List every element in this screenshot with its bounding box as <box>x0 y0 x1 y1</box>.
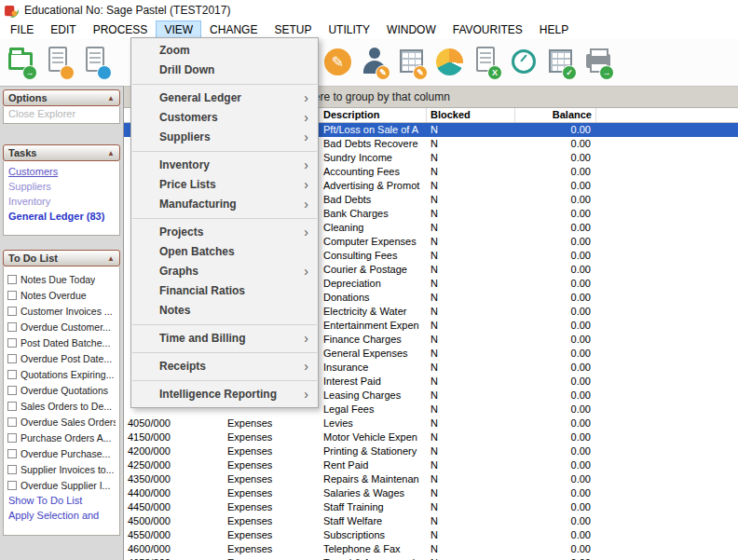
view-menu-item-general-ledger[interactable]: General Ledger› <box>131 89 318 108</box>
document-blue-icon[interactable] <box>80 44 113 81</box>
table-row[interactable]: 4600/000ExpensesTelephone & FaxN0.00 <box>124 542 738 556</box>
view-menu-item-receipts[interactable]: Receipts› <box>131 357 318 376</box>
todo-checkbox[interactable] <box>7 465 17 474</box>
todo-checkbox[interactable] <box>7 370 17 379</box>
options-panel-header[interactable]: Options ▲ <box>3 89 120 106</box>
todo-item[interactable]: Overdue Sales Orders <box>4 414 119 430</box>
task-link-customers[interactable]: Customers <box>4 164 119 179</box>
todo-panel-header[interactable]: To Do List ▲ <box>3 250 120 266</box>
view-menu-item-notes[interactable]: Notes <box>131 301 318 321</box>
cell: N <box>427 165 515 179</box>
column-header-description[interactable]: Description <box>320 108 427 122</box>
todo-item[interactable]: Supplier Invoices to... <box>4 461 119 477</box>
menubar-item-change[interactable]: CHANGE <box>201 20 266 39</box>
collapse-arrow-icon[interactable]: ▲ <box>107 149 115 157</box>
table-row[interactable]: 4550/000ExpensesSubscriptionsN0.00 <box>124 528 738 542</box>
todo-checkbox[interactable] <box>7 354 17 363</box>
table-row[interactable]: 4250/000ExpensesRent PaidN0.00 <box>124 458 738 472</box>
menubar-item-help[interactable]: HELP <box>531 20 577 39</box>
submenu-arrow-icon: › <box>304 329 308 348</box>
batch-edit-icon[interactable]: ✎ <box>396 44 429 81</box>
table-row[interactable]: 4200/000ExpensesPrinting & StationeryN0.… <box>124 444 738 458</box>
menubar-item-window[interactable]: WINDOW <box>378 20 444 39</box>
cell: 0.00 <box>515 179 596 193</box>
view-menu-item-drill-down[interactable]: Drill Down <box>131 61 318 80</box>
todo-item[interactable]: Sales Orders to De... <box>4 398 119 414</box>
table-row[interactable]: 4500/000ExpensesStaff WelfareN0.00 <box>124 514 738 528</box>
calculator-icon[interactable]: ✓ <box>545 44 578 81</box>
todo-item[interactable]: Overdue Supplier I... <box>4 477 119 493</box>
todo-item[interactable]: Quotations Expiring... <box>4 366 119 382</box>
menubar-item-edit[interactable]: EDIT <box>42 20 84 39</box>
todo-checkbox[interactable] <box>7 291 17 300</box>
todo-item[interactable]: Overdue Customer... <box>4 319 119 335</box>
todo-checkbox[interactable] <box>7 402 17 411</box>
todo-label: Quotations Expiring... <box>20 369 114 380</box>
menubar-item-view[interactable]: VIEW <box>156 20 201 39</box>
column-header-balance[interactable]: Balance <box>515 108 596 122</box>
task-link-suppliers[interactable]: Suppliers <box>4 179 119 194</box>
table-row[interactable]: 4350/000ExpensesRepairs & MaintenanN0.00 <box>124 472 738 486</box>
view-menu-item-zoom[interactable]: Zoom <box>131 41 318 61</box>
todo-item[interactable]: Notes Overdue <box>4 287 119 303</box>
print-icon[interactable]: → <box>582 44 615 81</box>
task-link-general-ledger-83-[interactable]: General Ledger (83) <box>4 209 119 224</box>
todo-item[interactable]: Overdue Post Date... <box>4 350 119 366</box>
view-menu-item-price-lists[interactable]: Price Lists› <box>131 175 318 195</box>
todo-checkbox[interactable] <box>7 275 17 284</box>
view-menu-item-open-batches[interactable]: Open Batches <box>131 242 318 262</box>
edit-pencil-icon[interactable]: ✎ <box>321 44 354 81</box>
task-link-inventory[interactable]: Inventory <box>4 194 119 209</box>
tasks-panel-title: Tasks <box>8 147 36 158</box>
todo-item[interactable]: Notes Due Today <box>4 271 119 287</box>
table-row[interactable]: 4650/000ExpensesTravel & AccommodN0.00 <box>124 556 738 560</box>
excel-export-icon[interactable]: X <box>471 44 503 81</box>
tasks-panel-header[interactable]: Tasks ▲ <box>3 144 120 161</box>
cell: Travel & Accommod <box>320 556 427 560</box>
view-menu-item-financial-ratios[interactable]: Financial Ratios <box>131 281 318 301</box>
view-menu-item-customers[interactable]: Customers› <box>131 108 318 128</box>
column-header-blocked[interactable]: Blocked <box>427 108 515 122</box>
close-explorer-link[interactable]: Close Explorer <box>4 106 119 123</box>
view-menu-item-time-and-billing[interactable]: Time and Billing› <box>131 329 318 348</box>
show-todo-list-link[interactable]: Show To Do List <box>4 493 119 508</box>
todo-checkbox[interactable] <box>7 481 17 490</box>
menubar-item-file[interactable]: FILE <box>2 20 42 39</box>
apply-selection-link[interactable]: Apply Selection and <box>4 508 119 523</box>
view-menu-item-intelligence-reporting[interactable]: Intelligence Reporting› <box>131 385 318 404</box>
collapse-arrow-icon[interactable]: ▲ <box>107 254 115 263</box>
todo-item[interactable]: Customer Invoices ... <box>4 303 119 319</box>
menubar-item-setup[interactable]: SETUP <box>266 20 320 39</box>
todo-item[interactable]: Overdue Quotations <box>4 382 119 398</box>
document-orange-icon[interactable] <box>43 44 75 81</box>
view-menu-item-inventory[interactable]: Inventory› <box>131 156 318 175</box>
todo-checkbox[interactable] <box>7 417 17 427</box>
dashboard-gauge-icon[interactable] <box>508 44 540 81</box>
view-menu-item-graphs[interactable]: Graphs› <box>131 262 318 281</box>
open-explorer-icon[interactable]: → <box>6 44 38 81</box>
view-menu-item-suppliers[interactable]: Suppliers› <box>131 128 318 147</box>
table-row[interactable]: 4400/000ExpensesSalaries & WagesN0.00 <box>124 486 738 500</box>
todo-checkbox[interactable] <box>7 307 17 316</box>
todo-checkbox[interactable] <box>7 338 17 348</box>
menubar-item-utility[interactable]: UTILITY <box>320 20 378 39</box>
todo-item[interactable]: Purchase Orders A... <box>4 430 119 445</box>
graphs-pie-icon[interactable] <box>433 44 466 81</box>
table-row[interactable]: 4050/000ExpensesLeviesN0.00 <box>124 417 738 430</box>
todo-checkbox[interactable] <box>7 433 17 443</box>
customer-edit-icon[interactable]: ✎ <box>359 44 391 81</box>
collapse-arrow-icon[interactable]: ▲ <box>107 94 115 102</box>
menubar-item-process[interactable]: PROCESS <box>85 20 157 39</box>
table-row[interactable]: 4450/000ExpensesStaff TrainingN0.00 <box>124 500 738 514</box>
todo-checkbox[interactable] <box>7 386 17 395</box>
view-menu-item-manufacturing[interactable]: Manufacturing› <box>131 195 318 214</box>
cell: N <box>427 458 515 472</box>
table-row[interactable]: 4150/000ExpensesMotor Vehicle ExpenN0.00 <box>124 430 738 444</box>
todo-item[interactable]: Overdue Purchase... <box>4 445 119 461</box>
view-menu-item-projects[interactable]: Projects› <box>131 223 318 242</box>
submenu-arrow-icon: › <box>304 385 308 404</box>
todo-item[interactable]: Post Dated Batche... <box>4 335 119 350</box>
todo-checkbox[interactable] <box>7 449 17 458</box>
menubar-item-favourites[interactable]: FAVOURITES <box>444 20 531 39</box>
todo-checkbox[interactable] <box>7 322 17 332</box>
